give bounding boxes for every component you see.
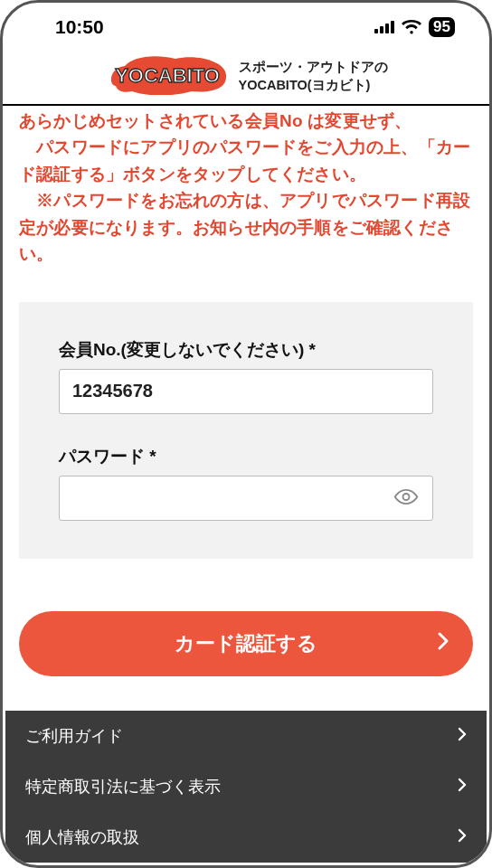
login-form: 会員No.(変更しないでください) * パスワード * xyxy=(19,302,473,559)
card-auth-label: カード認証する xyxy=(175,630,317,657)
brand-tagline: スポーツ・アウトドアの YOCABITO(ヨカビト) xyxy=(239,59,388,94)
eye-icon xyxy=(393,498,419,512)
svg-rect-2 xyxy=(385,24,389,33)
svg-rect-1 xyxy=(380,26,383,33)
device-frame: 10:50 95 YOCABITO スポーツ・アウトドアの YOCABITO(ヨ… xyxy=(0,0,492,868)
notice-line1: あらかじめセットされている会員No は変更せず、 xyxy=(19,111,412,130)
battery-level: 95 xyxy=(433,18,450,36)
status-bar: 10:50 95 xyxy=(3,3,489,52)
svg-point-4 xyxy=(403,494,410,500)
footer-label: 個人情報の取扱 xyxy=(25,826,139,848)
notice-line2: パスワードにアプリのパスワードをご入力の上、「カード認証する」ボタンをタップして… xyxy=(19,137,470,183)
tagline-line2: YOCABITO(ヨカビト) xyxy=(239,77,388,95)
chevron-right-icon xyxy=(458,727,467,746)
logo-text: YOCABITO xyxy=(115,64,220,87)
status-time: 10:50 xyxy=(55,16,104,38)
member-no-label: 会員No.(変更しないでください) * xyxy=(59,338,433,362)
cellular-signal-icon xyxy=(374,21,394,33)
footer-item-commerce-law[interactable]: 特定商取引法に基づく表示 xyxy=(5,761,487,812)
footer-item-guide[interactable]: ご利用ガイド xyxy=(5,711,487,761)
notice-line3: ※パスワードをお忘れの方は、アプリでパスワード再設定が必要になります。お知らせ内… xyxy=(19,191,470,263)
footer-label: ご利用ガイド xyxy=(25,725,123,747)
password-field-wrap xyxy=(59,476,433,521)
tagline-line1: スポーツ・アウトドアの xyxy=(239,59,388,77)
password-input[interactable] xyxy=(59,476,433,521)
member-no-input[interactable] xyxy=(59,369,433,414)
app-header: YOCABITO スポーツ・アウトドアの YOCABITO(ヨカビト) xyxy=(3,52,489,106)
chevron-right-icon xyxy=(458,828,467,847)
footer-nav: ご利用ガイド 特定商取引法に基づく表示 個人情報の取扱 xyxy=(5,711,487,863)
status-right: 95 xyxy=(374,17,455,37)
toggle-password-visibility-button[interactable] xyxy=(388,478,424,517)
member-no-field-wrap xyxy=(59,369,433,414)
main-content: あらかじめセットされている会員No は変更せず、 パスワードにアプリのパスワード… xyxy=(3,106,489,676)
wifi-icon xyxy=(402,20,421,34)
notice-text: あらかじめセットされている会員No は変更せず、 パスワードにアプリのパスワード… xyxy=(19,106,473,268)
password-label: パスワード * xyxy=(59,445,433,468)
brand-logo: YOCABITO xyxy=(105,55,230,99)
footer-item-privacy[interactable]: 個人情報の取扱 xyxy=(5,812,487,863)
footer-label: 特定商取引法に基づく表示 xyxy=(25,776,221,797)
chevron-right-icon xyxy=(458,778,467,797)
card-auth-button[interactable]: カード認証する xyxy=(19,611,473,676)
svg-rect-3 xyxy=(391,21,394,33)
battery-badge: 95 xyxy=(429,17,455,37)
chevron-right-icon xyxy=(437,631,449,656)
svg-rect-0 xyxy=(374,29,378,33)
